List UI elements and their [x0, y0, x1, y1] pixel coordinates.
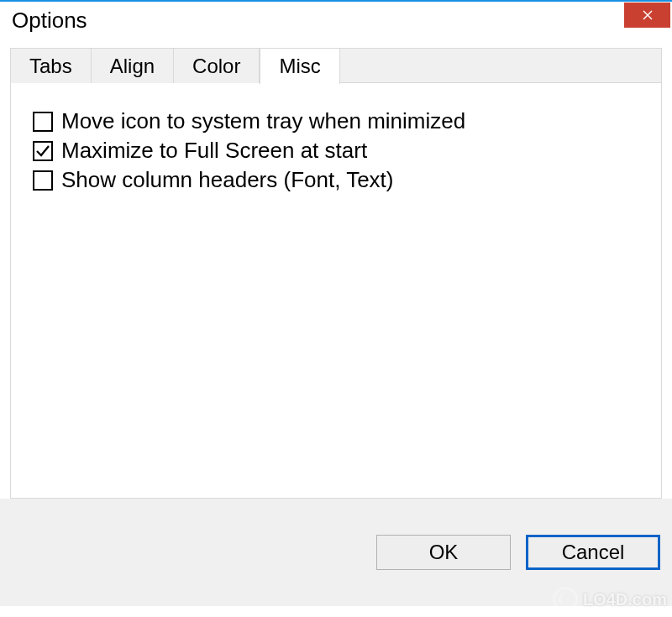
dialog-body: Tabs Align Color Misc Move icon to syste…	[0, 48, 672, 499]
checkbox-move-tray[interactable]	[33, 112, 53, 132]
close-icon	[643, 10, 653, 20]
check-icon	[35, 144, 50, 159]
option-move-tray: Move icon to system tray when minimized	[33, 108, 639, 134]
tab-strip: Tabs Align Color Misc	[10, 48, 662, 83]
tab-misc[interactable]: Misc	[260, 48, 339, 84]
label-maximize-start[interactable]: Maximize to Full Screen at start	[61, 138, 367, 164]
checkbox-show-headers[interactable]	[33, 170, 53, 191]
checkbox-maximize-start[interactable]	[33, 141, 53, 161]
tab-tabs[interactable]: Tabs	[11, 49, 92, 83]
window-title: Options	[12, 8, 87, 34]
cancel-button[interactable]: Cancel	[526, 535, 660, 570]
tab-spacer	[340, 49, 661, 83]
option-show-headers: Show column headers (Font, Text)	[33, 167, 639, 193]
label-move-tray[interactable]: Move icon to system tray when minimized	[61, 108, 465, 134]
titlebar: Options	[0, 2, 672, 39]
tab-color[interactable]: Color	[174, 49, 260, 83]
ok-button[interactable]: OK	[376, 535, 511, 570]
tab-align[interactable]: Align	[92, 49, 174, 83]
label-show-headers[interactable]: Show column headers (Font, Text)	[61, 167, 393, 193]
watermark: LO4D.com	[553, 587, 667, 612]
close-button[interactable]	[624, 3, 670, 28]
watermark-icon	[553, 587, 578, 612]
option-maximize-start: Maximize to Full Screen at start	[33, 138, 639, 164]
tab-content-misc: Move icon to system tray when minimized …	[10, 83, 662, 499]
options-dialog: Options Tabs Align Color Misc Move	[0, 0, 672, 617]
watermark-text: LO4D.com	[583, 590, 667, 609]
